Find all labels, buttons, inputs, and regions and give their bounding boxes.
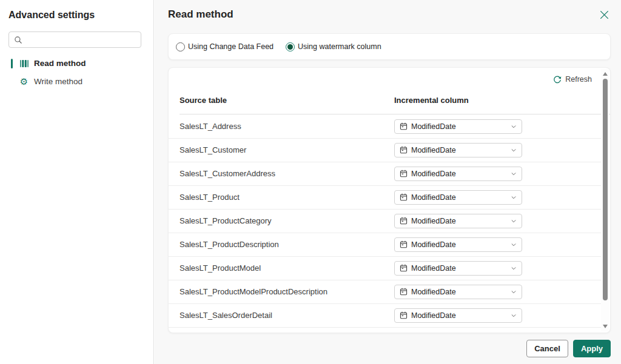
table-row: SalesLT_ProductModelProductDescription M… <box>169 280 610 303</box>
dropdown-value: ModifiedDate <box>411 217 507 225</box>
dropdown-value: ModifiedDate <box>411 170 507 178</box>
table-row: SalesLT_ProductCategory ModifiedDate <box>169 209 610 233</box>
table-row: SalesLT_ProductDescription ModifiedDate <box>169 233 610 256</box>
source-table-name: SalesLT_CustomerAddress <box>180 169 394 178</box>
radio-using-watermark-column[interactable]: Using watermark column <box>286 42 381 51</box>
incremental-column-dropdown[interactable]: ModifiedDate <box>394 333 522 333</box>
radio-circle <box>286 42 295 51</box>
chevron-down-icon <box>511 218 517 224</box>
calendar-icon <box>400 311 408 319</box>
dropdown-value: ModifiedDate <box>411 122 507 131</box>
incremental-column-dropdown[interactable]: ModifiedDate <box>394 119 522 134</box>
table-row: SalesLT_SalesOrderDetail ModifiedDate <box>169 303 610 327</box>
settings-nav: Read method ⚙ Write method <box>0 55 153 90</box>
table-header-row: Source table Incremental column <box>169 91 610 109</box>
radio-label: Using watermark column <box>298 42 381 51</box>
incremental-column-dropdown[interactable]: ModifiedDate <box>394 143 522 157</box>
sidebar-item-read-method[interactable]: Read method <box>0 55 153 71</box>
radio-using-change-data-feed[interactable]: Using Change Data Feed <box>176 42 274 51</box>
table-row: SalesLT_Customer ModifiedDate <box>169 138 610 162</box>
search-icon <box>14 36 22 44</box>
close-button[interactable] <box>597 8 611 21</box>
chevron-down-icon <box>511 265 517 271</box>
calendar-icon <box>400 288 408 296</box>
apply-button[interactable]: Apply <box>573 340 611 357</box>
calendar-icon <box>400 193 408 201</box>
dropdown-value: ModifiedDate <box>411 288 507 296</box>
selected-indicator <box>11 59 13 68</box>
dropdown-value: ModifiedDate <box>411 264 507 273</box>
gear-icon: ⚙ <box>19 76 29 87</box>
incremental-column-dropdown[interactable]: ModifiedDate <box>394 261 522 276</box>
scrollbar-thumb[interactable] <box>603 79 608 300</box>
sidebar-item-label: Read method <box>34 59 86 68</box>
dropdown-value: ModifiedDate <box>411 311 507 320</box>
search-input[interactable] <box>26 36 136 44</box>
column-header-source-table: Source table <box>180 96 394 105</box>
incremental-column-dropdown[interactable]: ModifiedDate <box>394 190 522 205</box>
source-table-name: SalesLT_Customer <box>180 145 394 154</box>
vertical-scrollbar[interactable] <box>601 69 609 331</box>
chevron-down-icon <box>511 289 517 295</box>
table-body: SalesLT_Address ModifiedDate SalesLT_Cus… <box>169 114 610 333</box>
chevron-down-icon <box>511 124 517 130</box>
radio-circle <box>176 42 185 51</box>
sidebar-title: Advanced settings <box>8 10 153 21</box>
refresh-icon <box>553 75 562 84</box>
chevron-down-icon <box>511 313 517 319</box>
source-table-name: SalesLT_SalesOrderDetail <box>180 311 394 320</box>
read-mode-options-card: Using Change Data Feed Using watermark c… <box>168 33 611 60</box>
column-header-incremental-column: Incremental column <box>394 96 469 105</box>
calendar-icon <box>400 122 408 130</box>
watermark-table-card: Refresh Source table Incremental column … <box>168 67 611 333</box>
table-row: SalesLT_CustomerAddress ModifiedDate <box>169 162 610 185</box>
chevron-down-icon <box>511 171 517 177</box>
chevron-down-icon <box>511 147 517 153</box>
dropdown-value: ModifiedDate <box>411 193 507 202</box>
table-row: SalesLT_ProductModel ModifiedDate <box>169 256 610 280</box>
chevron-down-icon <box>511 194 517 200</box>
dialog-footer: Cancel Apply <box>526 340 611 357</box>
radio-label: Using Change Data Feed <box>188 42 274 51</box>
source-table-name: SalesLT_Address <box>180 122 394 131</box>
page-title: Read method <box>168 8 233 21</box>
refresh-bar: Refresh <box>169 68 610 91</box>
incremental-column-dropdown[interactable]: ModifiedDate <box>394 308 522 323</box>
advanced-settings-sidebar: Advanced settings Read method ⚙ Write me… <box>0 0 154 364</box>
source-table-name: SalesLT_ProductDescription <box>180 240 394 249</box>
dropdown-value: ModifiedDate <box>411 146 507 154</box>
source-table-name: SalesLT_Product <box>180 193 394 202</box>
source-table-name: SalesLT_ProductModel <box>180 263 394 273</box>
sidebar-item-write-method[interactable]: ⚙ Write method <box>0 73 153 90</box>
calendar-icon <box>400 264 408 272</box>
scroll-up-arrow-icon[interactable] <box>603 72 608 76</box>
cancel-button[interactable]: Cancel <box>526 340 568 357</box>
calendar-icon <box>400 170 408 177</box>
incremental-column-dropdown[interactable]: ModifiedDate <box>394 285 522 299</box>
scroll-down-arrow-icon[interactable] <box>603 325 608 328</box>
selected-indicator <box>11 77 13 87</box>
refresh-label: Refresh <box>565 75 592 84</box>
read-method-icon <box>19 58 29 68</box>
source-table-name: SalesLT_ProductCategory <box>180 216 394 225</box>
read-method-panel: Read method Using Change Data Feed Using… <box>155 0 621 364</box>
refresh-button[interactable]: Refresh <box>553 75 592 84</box>
search-box <box>8 31 141 48</box>
calendar-icon <box>400 240 408 248</box>
sidebar-item-label: Write method <box>34 77 82 86</box>
calendar-icon <box>400 217 408 225</box>
close-icon <box>599 10 609 20</box>
incremental-column-dropdown[interactable]: ModifiedDate <box>394 214 522 228</box>
calendar-icon <box>400 146 408 154</box>
incremental-column-dropdown[interactable]: ModifiedDate <box>394 167 522 181</box>
chevron-down-icon <box>511 242 517 248</box>
table-row: SalesLT_Product ModifiedDate <box>169 185 610 209</box>
incremental-column-dropdown[interactable]: ModifiedDate <box>394 237 522 252</box>
table-row: SalesLT_Address ModifiedDate <box>169 114 610 138</box>
source-table-name: SalesLT_ProductModelProductDescription <box>180 287 394 296</box>
dropdown-value: ModifiedDate <box>411 240 507 249</box>
table-row: ModifiedDate <box>169 327 610 333</box>
